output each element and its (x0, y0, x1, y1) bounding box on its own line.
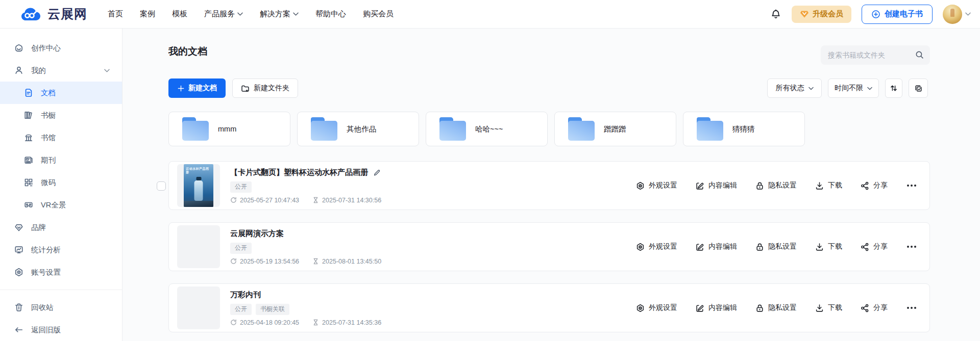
content-edit-button[interactable]: 内容编辑 (696, 181, 737, 190)
edit-pen-icon (696, 181, 704, 190)
folder-card[interactable]: 其他作品 (297, 112, 419, 146)
share-button[interactable]: 分享 (861, 303, 888, 312)
settings-icon (14, 268, 23, 277)
folder-list: mmm 其他作品 哈哈~~~ 蹭蹭蹭 猜猜猜 (168, 112, 805, 146)
appearance-settings-button[interactable]: 外观设置 (636, 242, 677, 251)
avatar[interactable] (943, 5, 962, 24)
trash-icon (14, 303, 23, 312)
row-checkbox[interactable] (157, 181, 166, 191)
hourglass-icon (312, 258, 319, 265)
vip-gem-icon (800, 10, 809, 19)
privacy-settings-button[interactable]: 隐私设置 (755, 242, 797, 251)
logo[interactable]: 云展网 (20, 6, 87, 22)
nav-templates[interactable]: 模板 (172, 9, 187, 19)
search-icon[interactable] (915, 50, 924, 59)
upgrade-membership-button[interactable]: 升级会员 (792, 6, 851, 23)
notification-bell-icon[interactable] (770, 9, 781, 20)
multi-select-button[interactable] (909, 78, 928, 98)
status-filter-dropdown[interactable]: 所有状态 (767, 78, 822, 98)
more-actions-button[interactable] (906, 182, 917, 189)
created-time: 2025-04-18 09:20:45 (230, 319, 299, 326)
nav-solutions[interactable]: 解决方案 (260, 9, 299, 19)
document-title[interactable]: 【卡片式翻页】塑料杯运动水杯产品画册 (230, 168, 368, 177)
timestamps: 2025-05-19 13:54:56 2025-08-01 13:45:50 (230, 258, 381, 265)
download-button[interactable]: 下载 (815, 303, 842, 312)
privacy-settings-button[interactable]: 隐私设置 (755, 303, 797, 312)
updated-time: 2025-07-31 14:35:36 (312, 319, 381, 326)
sidebar-item-library[interactable]: 书馆 (0, 126, 122, 149)
new-folder-button[interactable]: 新建文件夹 (232, 78, 298, 98)
sort-arrows-icon (890, 84, 898, 92)
content-edit-button[interactable]: 内容编辑 (696, 303, 737, 312)
document-title[interactable]: 云展网演示方案 (230, 229, 284, 239)
create-ebook-button[interactable]: 创建电子书 (862, 5, 933, 24)
share-icon (861, 181, 869, 190)
appearance-settings-button[interactable]: 外观设置 (636, 303, 677, 312)
share-button[interactable]: 分享 (861, 242, 888, 251)
sidebar-item-documents[interactable]: 文档 (0, 82, 122, 104)
user-icon (14, 66, 23, 75)
arrow-left-icon (14, 325, 23, 334)
user-menu[interactable] (943, 5, 971, 24)
library-icon (24, 133, 33, 142)
download-button[interactable]: 下载 (815, 242, 842, 251)
creation-center-icon (14, 43, 23, 53)
sidebar-item-creation-center[interactable]: 创作中心 (0, 37, 122, 59)
periodical-icon (24, 155, 33, 165)
chevron-down-icon[interactable] (104, 69, 110, 72)
sidebar-item-account-settings[interactable]: 账号设置 (0, 261, 122, 283)
sidebar-item-mine[interactable]: 我的 (0, 59, 122, 82)
sidebar-item-periodical[interactable]: 期刊 (0, 149, 122, 171)
sort-button[interactable] (885, 78, 902, 98)
rename-pencil-icon[interactable] (373, 169, 381, 176)
nav-products[interactable]: 产品服务 (204, 9, 243, 19)
appearance-icon (636, 181, 645, 190)
nav-help-center[interactable]: 帮助中心 (315, 9, 346, 19)
folder-card[interactable]: 蹭蹭蹭 (554, 112, 676, 146)
timestamps: 2025-04-18 09:20:45 2025-07-31 14:35:36 (230, 319, 381, 326)
sidebar-item-brand[interactable]: 品牌 (0, 216, 122, 239)
download-button[interactable]: 下载 (815, 181, 842, 190)
multi-select-icon (914, 84, 923, 93)
vr-goggles-icon (24, 200, 33, 209)
sidebar-item-recycle-bin[interactable]: 回收站 (0, 296, 122, 319)
document-thumbnail[interactable] (177, 286, 220, 329)
document-thumbnail[interactable]: 运动水杯产品画册 (177, 164, 220, 207)
new-document-button[interactable]: 新建文档 (168, 78, 226, 98)
chevron-down-icon (965, 12, 971, 16)
sidebar-item-statistics[interactable]: 统计分析 (0, 239, 122, 261)
row-actions: 外观设置 内容编辑 隐私设置 下载 (636, 303, 917, 312)
folder-card[interactable]: 猜猜猜 (683, 112, 805, 146)
document-icon (24, 88, 33, 97)
sidebar-item-back-to-old[interactable]: 返回旧版 (0, 319, 122, 341)
plus-icon (177, 85, 185, 92)
content-edit-button[interactable]: 内容编辑 (696, 242, 737, 251)
document-title[interactable]: 万彩内刊 (230, 290, 261, 300)
nav-buy-membership[interactable]: 购买会员 (363, 9, 394, 19)
folder-card[interactable]: mmm (168, 112, 290, 146)
folder-card[interactable]: 哈哈~~~ (426, 112, 548, 146)
created-time: 2025-05-19 13:54:56 (230, 258, 299, 265)
status-tag: 公开 (230, 181, 252, 193)
appearance-settings-button[interactable]: 外观设置 (636, 181, 677, 190)
hourglass-icon (312, 197, 319, 203)
download-icon (815, 181, 824, 190)
chevron-down-icon (808, 87, 814, 90)
nav-home[interactable]: 首页 (108, 9, 123, 19)
sidebar: 创作中心 我的 文档 书橱 书馆 期刊 微码 VR全景 (0, 29, 122, 341)
search-input[interactable] (821, 45, 930, 65)
privacy-settings-button[interactable]: 隐私设置 (755, 181, 797, 190)
page-title: 我的文档 (168, 45, 207, 58)
time-filter-dropdown[interactable]: 时间不限 (828, 78, 879, 98)
edit-pen-icon (696, 304, 704, 312)
nav-cases[interactable]: 案例 (140, 9, 155, 19)
document-thumbnail[interactable] (177, 225, 220, 268)
share-button[interactable]: 分享 (861, 181, 888, 190)
sidebar-item-microcode[interactable]: 微码 (0, 171, 122, 194)
sidebar-item-vr-panorama[interactable]: VR全景 (0, 194, 122, 216)
more-actions-button[interactable] (906, 305, 917, 311)
more-actions-button[interactable] (906, 244, 917, 250)
document-row: 云展网演示方案 公开 2025-05-19 13:54:56 2025-08-0… (168, 222, 930, 271)
chevron-down-icon (867, 87, 872, 90)
sidebar-item-bookshelf[interactable]: 书橱 (0, 104, 122, 126)
